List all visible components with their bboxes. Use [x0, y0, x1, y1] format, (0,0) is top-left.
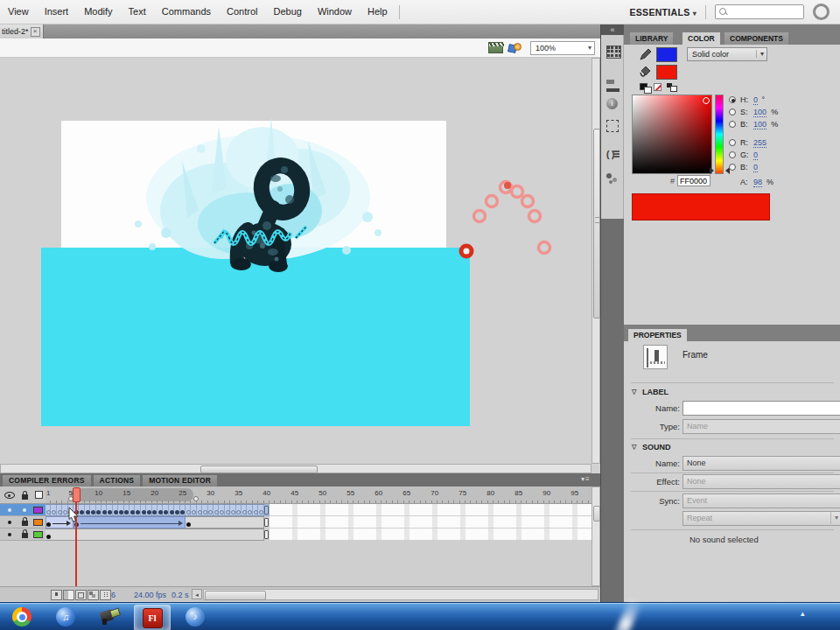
static-frame-span[interactable]: [51, 528, 263, 541]
edit-symbols-icon[interactable]: [508, 42, 522, 54]
hue-marker-left[interactable]: [710, 167, 714, 174]
color-value-radio-b2[interactable]: [729, 121, 736, 128]
timeline-panel-menu-icon[interactable]: ▾≡: [581, 475, 591, 483]
menu-help[interactable]: Help: [360, 0, 396, 24]
lock-icon[interactable]: [22, 494, 28, 500]
label-name-input[interactable]: [682, 401, 840, 416]
black-white-icon[interactable]: [640, 83, 648, 90]
layer-color-swatch[interactable]: [33, 531, 43, 538]
saturation-brightness-picker[interactable]: [632, 94, 712, 174]
search-input[interactable]: [728, 5, 803, 18]
timeline-vertical-scrollbar[interactable]: [592, 486, 600, 586]
color-value-hot-text[interactable]: 0: [753, 95, 758, 105]
layer-visible-dot[interactable]: [8, 508, 11, 512]
menu-view[interactable]: View: [0, 0, 37, 24]
current-frame-value[interactable]: 6: [111, 591, 116, 599]
timeline-frames[interactable]: [46, 504, 592, 541]
workspace-switcher[interactable]: ESSENTIALS ▾: [630, 7, 696, 18]
keyframe-dot[interactable]: [46, 522, 51, 527]
swatches-panel-icon[interactable]: [606, 46, 621, 59]
tab-components[interactable]: COMPONENTS: [724, 32, 788, 45]
layer-frames-row[interactable]: [46, 528, 592, 541]
layer-visible-dot[interactable]: [8, 521, 11, 524]
no-color-icon[interactable]: [654, 83, 662, 91]
layer-frames-row[interactable]: [46, 504, 592, 516]
code-snippets-panel-icon[interactable]: ( ): [606, 150, 620, 161]
taskbar-camcorder-button[interactable]: [92, 605, 127, 629]
show-hide-eye-icon[interactable]: [4, 492, 15, 499]
layer-color-swatch[interactable]: [33, 507, 43, 514]
hue-slider[interactable]: [715, 94, 724, 174]
timeline-tab-actions[interactable]: ACTIONS: [94, 475, 141, 486]
color-value-radio-h0[interactable]: [729, 96, 736, 103]
stroke-color-swatch[interactable]: [656, 47, 677, 62]
tab-properties[interactable]: PROPERTIES: [628, 329, 687, 341]
layer-row-controls[interactable]: [0, 504, 46, 516]
layer-row-controls[interactable]: [0, 528, 46, 541]
onion-skin-outlines-icon[interactable]: [75, 590, 87, 600]
transform-panel-icon[interactable]: [606, 120, 619, 132]
collapse-triangle-icon[interactable]: ▽: [632, 388, 636, 396]
stroke-pencil-icon[interactable]: [639, 48, 653, 61]
timeline-tab-motion-editor[interactable]: MOTION EDITOR: [143, 475, 217, 486]
info-panel-icon[interactable]: i: [606, 98, 618, 109]
static-frame-span[interactable]: [191, 516, 263, 528]
components-panel-icon[interactable]: [606, 173, 620, 185]
color-value-hot-text[interactable]: 0: [753, 163, 758, 172]
document-tab[interactable]: titled-2* ×: [0, 24, 44, 38]
timeline-ruler[interactable]: 15101520253035404550556065707580859095: [46, 486, 592, 504]
stage-hscroll-thumb[interactable]: [200, 466, 318, 473]
timeline-hscroll-left-arrow[interactable]: ◂: [192, 589, 202, 599]
sound-name-combo[interactable]: None: [682, 456, 840, 471]
stage-zoom-select[interactable]: 100% ▾: [530, 41, 595, 55]
color-type-select[interactable]: Solid color ▾: [687, 47, 767, 61]
keyframe-dot[interactable]: [46, 535, 51, 539]
layer-color-swatch[interactable]: [33, 519, 43, 526]
tab-color[interactable]: COLOR: [682, 32, 720, 45]
color-value-hot-text[interactable]: 255: [753, 138, 766, 148]
status-ring-icon[interactable]: [813, 4, 830, 20]
taskbar-media-player-button[interactable]: ♪: [178, 605, 213, 629]
color-value-hot-text[interactable]: 100: [753, 120, 766, 130]
timeline-vscroll-thumb[interactable]: [593, 506, 600, 522]
playhead-handle[interactable]: [73, 487, 80, 502]
menu-commands[interactable]: Commands: [154, 0, 219, 24]
layer-lock-icon[interactable]: [22, 521, 28, 526]
color-value-hot-text[interactable]: 100: [753, 108, 766, 117]
onion-skin-icon[interactable]: [63, 590, 74, 600]
color-value-radio-s1[interactable]: [729, 108, 736, 116]
collapse-triangle-icon[interactable]: ▽: [632, 444, 636, 451]
menu-debug[interactable]: Debug: [265, 0, 309, 24]
timeline-tab-compiler-errors[interactable]: COMPILER ERRORS: [3, 475, 91, 486]
fill-bucket-icon[interactable]: [639, 65, 653, 78]
color-value-hot-text[interactable]: 0: [753, 150, 758, 160]
swap-colors-icon[interactable]: [667, 83, 672, 88]
color-value-radio-b5[interactable]: [729, 164, 736, 171]
stage-horizontal-scrollbar[interactable]: [0, 464, 592, 473]
frame-rate-value[interactable]: 24.00 fps: [134, 591, 166, 599]
center-frame-icon[interactable]: [51, 590, 62, 600]
alpha-value[interactable]: 98: [753, 178, 762, 187]
timeline-horizontal-scrollbar[interactable]: [203, 589, 598, 600]
keyframe-dot[interactable]: [186, 522, 191, 527]
stage-canvas[interactable]: [0, 58, 592, 464]
edit-scene-icon[interactable]: [488, 42, 503, 53]
edit-multiple-frames-icon[interactable]: [88, 590, 99, 600]
color-value-radio-g4[interactable]: [729, 151, 736, 158]
layer-unlocked-dot[interactable]: [23, 508, 26, 512]
menu-modify[interactable]: Modify: [76, 0, 120, 24]
layer-lock-icon[interactable]: [22, 533, 28, 538]
timeline-hscroll-thumb[interactable]: [205, 591, 266, 600]
menu-window[interactable]: Window: [310, 0, 360, 24]
menu-insert[interactable]: Insert: [37, 0, 77, 24]
close-icon[interactable]: ×: [31, 27, 40, 37]
stage-vscroll-thumb[interactable]: [593, 129, 600, 318]
color-value-radio-r3[interactable]: [729, 139, 736, 146]
taskbar-itunes-button[interactable]: ♫: [48, 605, 83, 629]
collapse-dock-button[interactable]: «: [601, 24, 624, 35]
layer-visible-dot[interactable]: [8, 533, 11, 536]
color-preview-swatch[interactable]: [632, 193, 770, 220]
modify-markers-icon[interactable]: [100, 590, 111, 600]
taskbar-chrome-button[interactable]: [4, 605, 39, 629]
menu-text[interactable]: Text: [121, 0, 154, 24]
